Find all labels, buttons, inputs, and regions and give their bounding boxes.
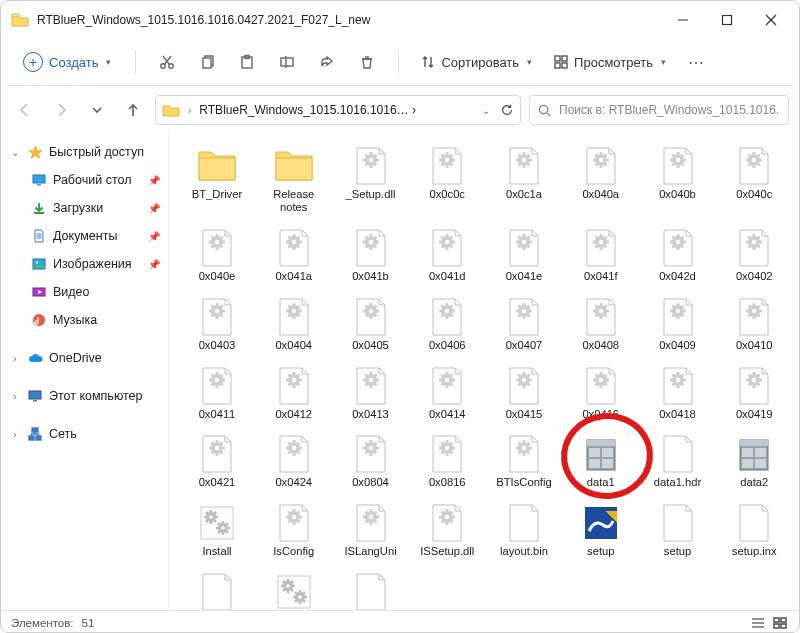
address-bar[interactable]: › RTBlueR_Windows_1015.1016.1016… › ⌄ (155, 95, 521, 125)
sidebar-item-onedrive[interactable]: › OneDrive (3, 344, 164, 372)
file-item[interactable]: 0x0404 (258, 291, 330, 358)
downloads-icon (31, 200, 47, 216)
rename-button[interactable] (270, 47, 304, 77)
recent-locations-button[interactable] (83, 96, 111, 124)
search-input[interactable] (557, 102, 780, 118)
sort-button[interactable]: Сортировать ▾ (413, 51, 540, 74)
file-item[interactable]: 0x0424 (258, 428, 330, 495)
file-item[interactable]: data1 (565, 428, 637, 495)
file-item[interactable]: 0x0418 (642, 360, 714, 427)
view-button[interactable]: Просмотреть ▾ (546, 51, 674, 74)
file-item[interactable]: 0x0c0c (411, 140, 483, 207)
file-item[interactable]: ISSetup.dll (411, 497, 483, 564)
search-box[interactable] (529, 95, 789, 125)
network-icon (27, 426, 43, 442)
sidebar-label: Сеть (49, 427, 77, 441)
file-item[interactable]: 0x0407 (488, 291, 560, 358)
file-item[interactable]: 0x0406 (411, 291, 483, 358)
file-item[interactable]: 0x040c (718, 140, 790, 207)
file-item[interactable]: 0x0408 (565, 291, 637, 358)
file-item[interactable]: 0x0c1a (488, 140, 560, 207)
file-item[interactable]: 0x0413 (335, 360, 407, 427)
file-item[interactable]: BT_Driver (181, 140, 253, 207)
svg-rect-42 (781, 624, 786, 628)
delete-button[interactable] (350, 47, 384, 77)
file-item[interactable]: UnInstall (258, 566, 330, 610)
file-item[interactable]: 0x0804 (335, 428, 407, 495)
file-item[interactable]: setup.iss (181, 566, 253, 610)
breadcrumb-path[interactable]: RTBlueR_Windows_1015.1016.1016… › (199, 103, 474, 117)
file-item[interactable]: Install (181, 497, 253, 564)
file-item[interactable]: 0x041a (258, 222, 330, 289)
back-button[interactable] (11, 96, 39, 124)
file-item[interactable]: 0x0405 (335, 291, 407, 358)
file-item[interactable]: Release notes (258, 140, 330, 220)
create-button[interactable]: + Создать ▾ (13, 46, 121, 78)
forward-button[interactable] (47, 96, 75, 124)
file-item[interactable]: 0x041d (411, 222, 483, 289)
file-item[interactable]: 0x0416 (565, 360, 637, 427)
file-item[interactable]: 0x040e (181, 222, 253, 289)
sidebar-item-pictures[interactable]: Изображения 📌 (3, 250, 164, 278)
file-label: BT_Driver (192, 188, 242, 201)
sidebar-item-videos[interactable]: Видео (3, 278, 164, 306)
cut-button[interactable] (150, 47, 184, 77)
sidebar-item-network[interactable]: › Сеть (3, 420, 164, 448)
file-item[interactable]: IsConfig (258, 497, 330, 564)
more-button[interactable]: ⋯ (680, 53, 714, 72)
file-icon (502, 144, 546, 188)
file-item[interactable]: 0x0415 (488, 360, 560, 427)
file-item[interactable]: 0x040a (565, 140, 637, 207)
file-item[interactable]: 0x0816 (411, 428, 483, 495)
file-item[interactable]: 0x0419 (718, 360, 790, 427)
file-item[interactable]: 0x041f (565, 222, 637, 289)
file-item[interactable]: _Setup.dll (335, 140, 407, 207)
close-button[interactable] (749, 5, 793, 35)
file-item[interactable]: BTIsConfig (488, 428, 560, 495)
file-item[interactable]: 0x040b (642, 140, 714, 207)
paste-button[interactable] (230, 47, 264, 77)
file-item[interactable]: setup.inx (718, 497, 790, 564)
file-label: 0x0410 (736, 339, 773, 352)
share-button[interactable] (310, 47, 344, 77)
sidebar-item-documents[interactable]: Документы 📌 (3, 222, 164, 250)
file-item[interactable]: 0x0421 (181, 428, 253, 495)
sidebar-item-music[interactable]: Музыка (3, 306, 164, 334)
minimize-button[interactable] (661, 5, 705, 35)
file-item[interactable]: 0x041b (335, 222, 407, 289)
file-item[interactable]: layout.bin (488, 497, 560, 564)
maximize-button[interactable] (705, 5, 749, 35)
file-item[interactable]: 0x042d (642, 222, 714, 289)
sidebar-item-quickaccess[interactable]: ⌄ Быстрый доступ (3, 138, 164, 166)
copy-button[interactable] (190, 47, 224, 77)
file-label: 0x0412 (275, 408, 312, 421)
file-item[interactable]: 0x0412 (258, 360, 330, 427)
file-item[interactable]: data1.hdr (642, 428, 714, 495)
chevron-down-icon[interactable]: ⌄ (482, 105, 490, 116)
up-button[interactable] (119, 96, 147, 124)
file-item[interactable]: 0x0410 (718, 291, 790, 358)
file-item[interactable]: Uninstall.iss (335, 566, 407, 610)
file-item[interactable]: data2 (718, 428, 790, 495)
file-pane[interactable]: BT_DriverRelease notes_Setup.dll0x0c0c0x… (169, 130, 799, 610)
view-details-button[interactable] (749, 615, 767, 631)
view-icons-button[interactable] (771, 615, 789, 631)
pin-icon: 📌 (148, 203, 160, 214)
file-item[interactable]: 0x0409 (642, 291, 714, 358)
file-item[interactable]: 0x0402 (718, 222, 790, 289)
file-item[interactable]: setup (642, 497, 714, 564)
file-item[interactable]: 0x0403 (181, 291, 253, 358)
file-item[interactable]: ISLangUni (335, 497, 407, 564)
sidebar-item-desktop[interactable]: Рабочий стол 📌 (3, 166, 164, 194)
file-label: 0x0419 (736, 408, 773, 421)
refresh-button[interactable] (500, 103, 514, 117)
toolbar: + Создать ▾ Сортировать ▾ Просмотреть ▾ … (1, 39, 799, 85)
file-label: 0x0409 (659, 339, 696, 352)
sidebar-item-thispc[interactable]: › Этот компьютер (3, 382, 164, 410)
file-icon (502, 432, 546, 476)
file-item[interactable]: 0x0411 (181, 360, 253, 427)
file-item[interactable]: setup (565, 497, 637, 564)
sidebar-item-downloads[interactable]: Загрузки 📌 (3, 194, 164, 222)
file-item[interactable]: 0x041e (488, 222, 560, 289)
file-item[interactable]: 0x0414 (411, 360, 483, 427)
